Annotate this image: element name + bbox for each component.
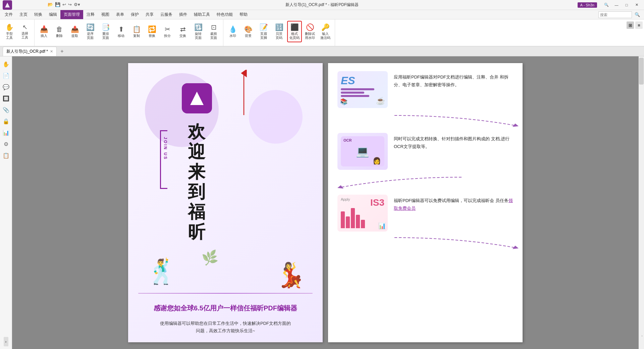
ocr-label: OCR — [343, 138, 352, 142]
qat-save[interactable]: 💾 — [54, 1, 61, 8]
ribbon-search-area — [598, 11, 632, 18]
menu-edit[interactable]: 编辑 — [46, 10, 60, 19]
qat-undo[interactable]: ↩ — [62, 1, 67, 8]
join-us-label: JOIN US — [163, 137, 168, 160]
menu-cloud[interactable]: 云服务 — [157, 10, 176, 19]
ribbon-hand-tool[interactable]: ✋ 手型工具 — [2, 21, 17, 42]
rearrange-icon: 📑 — [102, 23, 110, 31]
ribbon-split[interactable]: ✂ 拆分 — [160, 21, 175, 42]
person-icon: 👩 — [373, 157, 381, 165]
new-tab-btn[interactable]: + — [58, 47, 66, 55]
scrollbar-track[interactable] — [639, 56, 644, 349]
page2-section3-text-area: 福昕PDF编辑器可以免费试用编辑，可以完成福昕会 员任务领取免费会员 — [394, 195, 513, 212]
delete-icon: 🗑 — [56, 26, 63, 33]
sidebar-hand-tool[interactable]: ✋ — [1, 59, 11, 69]
replace-icon: 🔁 — [148, 25, 156, 33]
qat-redo[interactable]: ↪ — [67, 1, 72, 8]
ribbon-bates[interactable]: 🔢 贝茨页码 — [272, 21, 286, 42]
doc-tab-main[interactable]: 新人引导(1)_OCR.pdf * ✕ — [3, 47, 57, 56]
dashed-arrow-svg-3 — [391, 234, 519, 251]
activate-icon: 🔑 — [321, 23, 330, 31]
sidebar-pages[interactable]: 📄 — [1, 70, 11, 81]
ribbon-rotate[interactable]: 🔃 旋转页面 — [191, 21, 206, 42]
menu-tools[interactable]: 辅助工具 — [191, 10, 213, 19]
menu-share[interactable]: 共享 — [142, 10, 157, 19]
pdf-view-area[interactable]: JOIN US 欢迎来到福昕 🕺 🌿 💃 感谢您如全球6.5亿用户一样信任福昕P… — [12, 56, 639, 349]
ribbon-replace[interactable]: 🔁 替换 — [145, 21, 159, 42]
menu-help[interactable]: 帮助 — [236, 10, 251, 19]
menu-home[interactable]: 主页 — [16, 10, 31, 19]
qat-open[interactable]: 📂 — [47, 1, 54, 8]
ribbon-delete[interactable]: 🗑 删除 — [52, 21, 67, 42]
page1-subtitle: 使用编辑器可以帮助您在日常工作生活中，快速解决PDF文档方面的问题，高效工作方能… — [133, 320, 317, 334]
menu-pagemanage[interactable]: 页面管理 — [60, 10, 83, 19]
ribbon-group-hand: ✋ 手型工具 ↖ 选择工具 — [1, 19, 35, 46]
menu-form[interactable]: 表单 — [113, 10, 127, 19]
menu-plugin[interactable]: 插件 — [176, 10, 191, 19]
ribbon-move[interactable]: ⬆ 移动 — [114, 21, 128, 42]
ribbon-format-pagenum[interactable]: ⬛ 格式化页码 — [287, 21, 302, 42]
ribbon-rearrange[interactable]: 📑 重排页面 — [98, 21, 113, 42]
es-line-2 — [341, 92, 364, 94]
sidebar-clipboard[interactable]: 📋 — [1, 150, 11, 160]
ribbon-activate[interactable]: 🔑 输入激活码 — [318, 21, 333, 42]
ribbon-group-stamp: 💧 水印 🎨 背景 📝 页眉页脚 🔢 贝茨页码 ⬛ 格式化页码 🚫 删除试用水印… — [225, 19, 335, 46]
svg-marker-1 — [190, 92, 204, 105]
menu-protect[interactable]: 保护 — [127, 10, 142, 19]
qat-custom[interactable]: ⚙▾ — [73, 1, 81, 8]
ribbon-background[interactable]: 🎨 背景 — [241, 21, 256, 42]
sidebar-attachments[interactable]: 📎 — [1, 105, 11, 115]
search-btn[interactable]: 🔍 — [602, 0, 611, 10]
ribbon-extract[interactable]: 📤 提取 — [67, 21, 82, 42]
ribbon-copy[interactable]: 📋 复制 — [129, 21, 144, 42]
minimize-btn[interactable]: — — [612, 0, 621, 10]
svg-marker-0 — [5, 2, 10, 7]
sidebar-right-toggle[interactable]: › — [640, 334, 644, 339]
title-left: 📂 💾 ↩ ↪ ⚙▾ — [3, 0, 12, 10]
ribbon-insert[interactable]: 📥 插入 — [37, 21, 51, 42]
is3-chart — [341, 208, 365, 228]
ocr-bg: 💻 👩 OCR — [341, 136, 384, 166]
view-toggle-list[interactable]: ≡ — [635, 21, 643, 29]
menu-file[interactable]: 文件 — [1, 10, 16, 19]
sidebar-expand-btn[interactable]: › — [4, 337, 8, 346]
is3-bar-4 — [356, 215, 360, 228]
dashed-arrow-1 — [391, 112, 513, 130]
sidebar-layers[interactable]: 🔲 — [1, 93, 11, 103]
red-arrow-svg — [240, 70, 247, 117]
menu-view[interactable]: 视图 — [98, 10, 113, 19]
menu-features[interactable]: 特色功能 — [213, 10, 236, 19]
menu-annotate[interactable]: 注释 — [83, 10, 98, 19]
ribbon-remove-watermark[interactable]: 🚫 删除试用水印 — [303, 21, 317, 42]
ribbon-reverse[interactable]: 🔄 逆序页面 — [83, 21, 98, 42]
sidebar-settings[interactable]: ⚙ — [1, 139, 11, 149]
ribbon-header-footer[interactable]: 📝 页眉页脚 — [256, 21, 271, 42]
ribbon-select-tool[interactable]: ↖ 选择工具 — [17, 21, 32, 42]
is3-text: IS3 — [370, 197, 384, 208]
page2-section-2: 💻 👩 OCR 同时可以完成文档转换、针对扫描件和图片构成的 文档,进行OCR文… — [337, 133, 513, 170]
sidebar-security[interactable]: 🔒 — [1, 116, 11, 126]
is3-label: Apply — [341, 197, 350, 201]
sidebar-fields[interactable]: 📊 — [1, 128, 11, 138]
ribbon-swap[interactable]: ⇄ 交换 — [175, 21, 190, 42]
ocr-illustration: 💻 👩 OCR — [337, 133, 388, 170]
maximize-btn[interactable]: □ — [622, 0, 631, 10]
select-icon: ↖ — [22, 23, 28, 31]
dashed-arrow-2 — [337, 174, 513, 192]
menu-convert[interactable]: 转换 — [31, 10, 46, 19]
copy-icon: 📋 — [132, 25, 141, 33]
remove-watermark-icon: 🚫 — [306, 23, 314, 31]
es-line-3 — [341, 95, 369, 97]
view-toggle-grid[interactable]: ⊞ — [627, 21, 634, 29]
search-icon[interactable]: 🔍 — [635, 12, 640, 17]
ribbon-watermark[interactable]: 💧 水印 — [225, 21, 240, 42]
sidebar-comments[interactable]: 💬 — [1, 82, 11, 92]
reverse-icon: 🔄 — [86, 23, 95, 31]
scrollbar-thumb[interactable] — [639, 58, 644, 85]
close-btn[interactable]: ✕ — [632, 0, 641, 10]
window-controls: 🔍 — □ ✕ — [602, 0, 641, 10]
tab-close-btn[interactable]: ✕ — [50, 49, 53, 54]
ribbon-crop[interactable]: ⊡ 裁剪页面 — [206, 21, 221, 42]
es-coffee-icon: ☕ — [376, 97, 385, 105]
search-input[interactable] — [598, 11, 632, 18]
